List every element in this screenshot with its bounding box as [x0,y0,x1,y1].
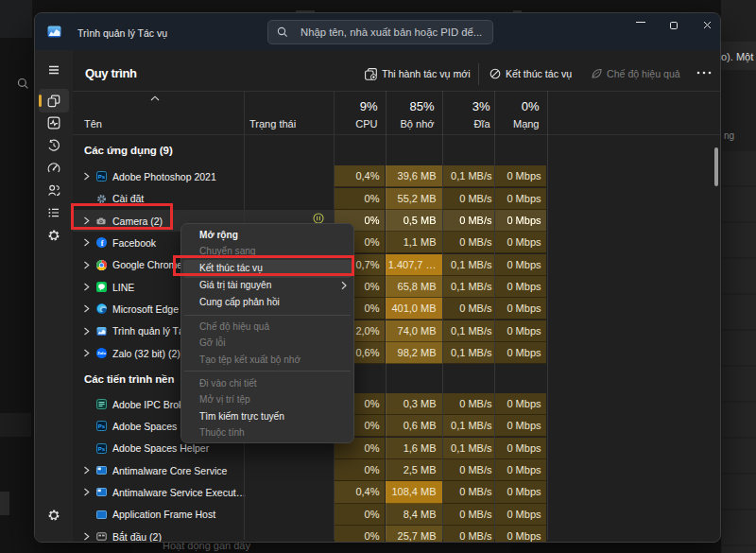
svg-text:Ps: Ps [98,423,106,429]
svg-text:Zalo: Zalo [97,351,106,355]
svg-text:Ps: Ps [98,174,106,180]
svg-text:Ps: Ps [98,446,106,452]
svg-text:f: f [101,239,104,248]
